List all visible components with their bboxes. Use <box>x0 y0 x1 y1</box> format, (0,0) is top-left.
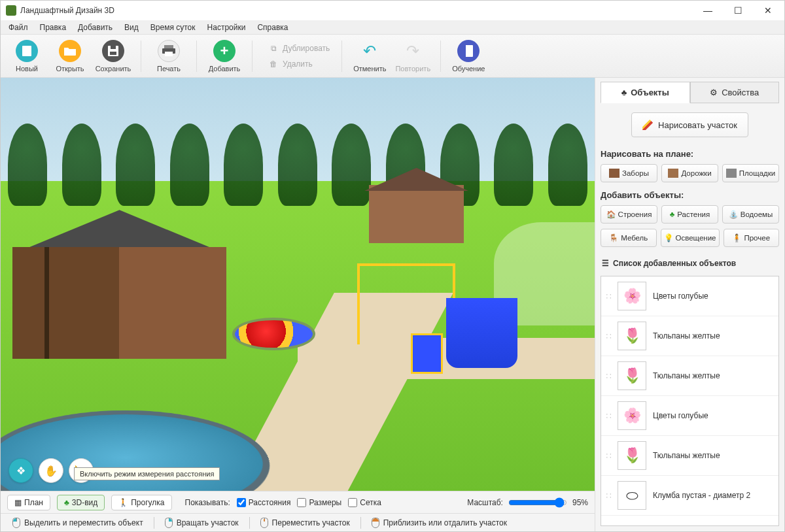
view-walk-button[interactable]: 🚶Прогулка <box>111 495 171 510</box>
undo-icon: ↶ <box>358 40 381 62</box>
object-buttons-1: 🏠Строения ♣Растения ⛲Водоемы <box>601 205 779 224</box>
drag-handle-icon[interactable]: ⸬ <box>606 292 611 301</box>
new-button[interactable]: Новый <box>7 37 46 75</box>
add-objects-label: Добавить объекты: <box>601 190 779 200</box>
drag-handle-icon[interactable]: ⸬ <box>606 452 611 460</box>
item-name: Тюльпаны желтые <box>653 451 773 460</box>
item-thumbnail: 🌷 <box>618 441 646 470</box>
menu-edit[interactable]: Правка <box>35 22 72 33</box>
drag-handle-icon[interactable]: ⸬ <box>606 491 611 500</box>
person-icon: 🧍 <box>732 233 741 242</box>
open-button[interactable]: Открыть <box>50 37 90 75</box>
sizes-checkbox[interactable]: Размеры <box>297 498 341 507</box>
distances-checkbox[interactable]: Расстояния <box>237 498 291 507</box>
list-item[interactable]: ⸬🌸Цветы голубые <box>601 396 778 436</box>
pan-tool[interactable]: ✋ <box>39 458 63 483</box>
status-select: Выделить и переместить объект <box>6 516 150 530</box>
undo-button[interactable]: ↶ Отменить <box>350 37 389 75</box>
item-thumbnail: 🌸 <box>618 401 646 430</box>
print-button[interactable]: Печать <box>149 37 188 75</box>
mouse-left-icon <box>12 518 20 528</box>
3d-canvas[interactable]: ❖ ✋ 📐 Включить режим измерения расстояни… <box>1 78 595 491</box>
list-item[interactable]: ⸬🌷Тюльпаны желтые <box>601 436 778 476</box>
list-item[interactable]: ⸬🌷Тюльпаны желтые <box>601 316 778 356</box>
object-buttons-2: 🪑Мебель 💡Освещение 🧍Прочее <box>601 229 779 247</box>
list-item[interactable]: ⸬🌸Цветы голубые <box>601 276 778 316</box>
item-name: Цветы голубые <box>653 291 773 301</box>
close-button[interactable]: ✕ <box>753 1 783 20</box>
item-name: Тюльпаны желтые <box>653 371 773 380</box>
draw-plot-button[interactable]: Нарисовать участок <box>631 112 748 137</box>
window-controls: — ☐ ✕ <box>693 1 783 20</box>
minimize-button[interactable]: — <box>693 1 723 20</box>
paths-button[interactable]: Дорожки <box>661 164 718 182</box>
grid-checkbox[interactable]: Сетка <box>348 498 381 507</box>
lamp-icon: 💡 <box>664 233 673 242</box>
tab-objects[interactable]: ♣Объекты <box>601 82 690 103</box>
menu-help[interactable]: Справка <box>252 22 293 33</box>
tab-properties[interactable]: ⚙Свойства <box>690 82 780 103</box>
menu-file[interactable]: Файл <box>3 22 33 33</box>
tutorial-button[interactable]: Обучение <box>449 37 488 75</box>
menu-settings[interactable]: Настройки <box>202 22 251 33</box>
plants-button[interactable]: ♣Растения <box>661 205 718 224</box>
walk-icon: 🚶 <box>118 498 128 507</box>
drag-handle-icon[interactable]: ⸬ <box>606 372 611 380</box>
separator <box>196 41 197 72</box>
app-title: Ландшафтный Дизайн 3D <box>20 6 693 15</box>
save-icon <box>102 40 124 62</box>
delete-button[interactable]: 🗑Удалить <box>264 58 334 71</box>
other-button[interactable]: 🧍Прочее <box>724 229 780 247</box>
canvas-tools: ❖ ✋ 📐 Включить режим измерения расстояни… <box>9 458 94 483</box>
fence-icon <box>609 169 619 178</box>
plus-icon: + <box>213 40 236 62</box>
list-item[interactable]: ⸬⬭Клумба пустая - диаметр 2 <box>601 476 778 516</box>
draw-on-plan-label: Нарисовать на плане: <box>601 149 779 159</box>
gear-icon: ⚙ <box>710 88 718 97</box>
lighting-button[interactable]: 💡Освещение <box>661 229 720 247</box>
plant-icon: ♣ <box>670 210 675 218</box>
ponds-button[interactable]: ⛲Водоемы <box>722 205 779 224</box>
menu-time[interactable]: Время суток <box>145 22 201 33</box>
plan-buttons: Заборы Дорожки Площадки <box>601 164 779 182</box>
svg-rect-2 <box>111 46 116 49</box>
path-icon <box>668 169 678 178</box>
menu-add[interactable]: Добавить <box>73 22 118 33</box>
furniture-button[interactable]: 🪑Мебель <box>601 229 657 247</box>
item-name: Клумба пустая - диаметр 2 <box>653 491 773 500</box>
view-bar: ▦План ♣3D-вид 🚶Прогулка Показывать: Расс… <box>1 491 595 513</box>
app-window: Ландшафтный Дизайн 3D — ☐ ✕ Файл Правка … <box>0 0 785 532</box>
mouse-right-icon <box>165 518 173 528</box>
edit-stack: ⧉Дублировать 🗑Удалить <box>264 42 334 71</box>
object-list[interactable]: ⸬🌸Цветы голубые⸬🌷Тюльпаны желтые⸬🌷Тюльпа… <box>601 276 779 526</box>
duplicate-button[interactable]: ⧉Дублировать <box>264 42 334 55</box>
buildings-button[interactable]: 🏠Строения <box>601 205 657 224</box>
maximize-button[interactable]: ☐ <box>723 1 753 20</box>
fences-button[interactable]: Заборы <box>601 164 657 182</box>
drag-handle-icon[interactable]: ⸬ <box>606 412 611 420</box>
titlebar: Ландшафтный Дизайн 3D — ☐ ✕ <box>1 1 784 20</box>
view-plan-button[interactable]: ▦План <box>7 495 50 510</box>
plan-icon: ▦ <box>14 498 22 507</box>
redo-button[interactable]: ↷ Повторить <box>393 37 432 75</box>
menubar: Файл Правка Добавить Вид Время суток Нас… <box>1 20 784 35</box>
view-3d-button[interactable]: ♣3D-вид <box>57 495 105 510</box>
scale-slider[interactable] <box>508 497 567 508</box>
orbit-tool[interactable]: ❖ <box>9 458 33 483</box>
item-name: Цветы голубые <box>653 411 773 420</box>
tree-icon: ♣ <box>64 498 69 507</box>
file-icon <box>16 40 38 62</box>
list-item[interactable]: ⸬🌷Тюльпаны желтые <box>601 356 778 396</box>
drag-handle-icon[interactable]: ⸬ <box>606 332 611 341</box>
menu-view[interactable]: Вид <box>119 22 144 33</box>
scale-control: Масштаб: 95% <box>467 497 588 508</box>
folder-icon <box>59 40 81 62</box>
tooltip: Включить режим измерения расстояния <box>74 467 220 480</box>
add-button[interactable]: + Добавить <box>205 37 244 75</box>
canvas-area: ❖ ✋ 📐 Включить режим измерения расстояни… <box>1 78 595 531</box>
chair-icon: 🪑 <box>609 233 618 242</box>
toolbar: Новый Открыть Сохранить Печать + Добавит… <box>1 35 784 78</box>
side-panel: ♣Объекты ⚙Свойства Нарисовать участок На… <box>595 78 784 531</box>
areas-button[interactable]: Площадки <box>722 164 779 182</box>
save-button[interactable]: Сохранить <box>94 37 133 75</box>
